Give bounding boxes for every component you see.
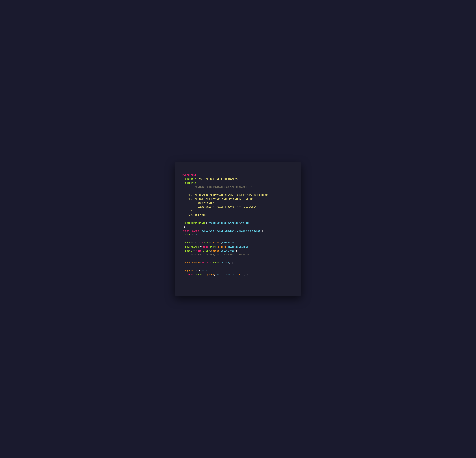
- prop-isloading: isLoading$: [185, 246, 199, 248]
- classname: TaskListContainerComponent: [200, 230, 236, 232]
- keyword-class: class: [192, 230, 199, 232]
- ngoninit-method: ngOnInit: [185, 269, 196, 272]
- prop-template: template: [185, 182, 196, 184]
- prop-tasks: tasks$: [185, 242, 193, 244]
- code-window: @Component({ selector: 'my-org-task-list…: [175, 162, 301, 296]
- comment-2: // there could be many more streams in p…: [185, 254, 254, 256]
- constructor-method: constructor: [185, 261, 200, 264]
- prop-selector: selector: [185, 178, 196, 180]
- prop-role: ROLE: [185, 233, 191, 236]
- prop-role2: role$: [185, 250, 192, 252]
- keyword-export: export: [182, 230, 191, 232]
- code-block: @Component({ selector: 'my-org-task-list…: [182, 169, 294, 289]
- prop-changedetection: changeDetection: [185, 222, 206, 224]
- comment-1: <!-- Multiple subscriptions in the templ…: [188, 186, 252, 188]
- decorator: @Component: [182, 174, 196, 176]
